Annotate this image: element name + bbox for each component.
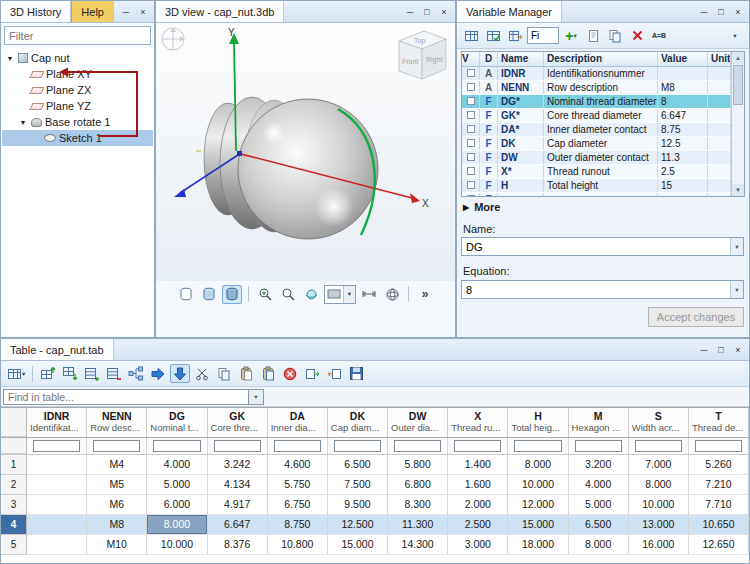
restore-button[interactable]: □ — [714, 5, 728, 19]
minimize-button[interactable]: ─ — [697, 5, 711, 19]
bt-column-header-dk[interactable]: DKCap diam... — [328, 408, 388, 437]
filter-input-dk[interactable] — [334, 440, 381, 452]
variable-value-cell[interactable]: 2.5 — [658, 165, 708, 178]
table-cell[interactable]: 7.710 — [689, 495, 749, 515]
table-cell[interactable]: 6.750 — [268, 495, 328, 515]
variable-value-cell[interactable]: 8 — [658, 95, 708, 108]
filter-input-s[interactable] — [635, 440, 682, 452]
variable-row[interactable]: FDKCap diameter12.5 — [462, 137, 731, 151]
variable-row[interactable]: FHTotal height15 — [462, 179, 731, 193]
import-icon[interactable] — [324, 364, 344, 383]
expander-icon[interactable]: ▼ — [5, 55, 15, 62]
table-cell[interactable]: 2.000 — [448, 495, 508, 515]
filter-input-idnr[interactable] — [33, 440, 80, 452]
copy-icon[interactable] — [214, 364, 234, 383]
filter-input-h[interactable] — [514, 440, 561, 452]
table-cell[interactable]: 6.500 — [328, 455, 388, 475]
table-cell[interactable]: 5.260 — [689, 455, 749, 475]
checkbox-icon[interactable] — [467, 153, 475, 161]
variable-row[interactable]: F — [462, 193, 731, 197]
transfer-row-right-icon[interactable] — [148, 364, 168, 383]
table-cell[interactable]: 5.000 — [147, 475, 207, 495]
variable-value-cell[interactable]: 15 — [658, 179, 708, 192]
delete-variable-icon[interactable] — [627, 26, 647, 45]
table-cell[interactable]: 16.000 — [629, 535, 689, 555]
tree-item-plane-yz[interactable]: Plane YZ — [2, 98, 153, 114]
table-cell[interactable] — [27, 455, 87, 475]
view-cube[interactable]: Top Front Right — [399, 31, 446, 79]
table-cell[interactable]: 8.000 — [629, 475, 689, 495]
variable-value-cell[interactable]: M8 — [658, 81, 708, 94]
checkbox-icon[interactable] — [467, 167, 475, 175]
accept-changes-button[interactable]: Accept changes — [648, 307, 744, 327]
toolbar-overflow-icon[interactable]: ▾ — [725, 26, 745, 45]
checkbox-icon[interactable] — [467, 181, 475, 189]
checkbox-icon[interactable] — [467, 83, 475, 91]
table-cell[interactable]: 7.210 — [689, 475, 749, 495]
export-icon[interactable] — [302, 364, 322, 383]
checkbox-icon[interactable] — [467, 111, 475, 119]
row-number[interactable]: 2 — [1, 475, 27, 495]
shaded-edges-icon[interactable] — [199, 285, 219, 304]
variable-row[interactable]: ANENNRow descriptionM8 — [462, 81, 731, 95]
variable-value-cell[interactable]: 11.3 — [658, 151, 708, 164]
table-cell[interactable]: 3.200 — [569, 455, 629, 475]
table-cell[interactable]: 4.134 — [208, 475, 268, 495]
table-cell[interactable]: 8.000 — [569, 535, 629, 555]
table-cell[interactable]: 8.000 — [147, 515, 207, 535]
tab-3d-view[interactable]: 3D view - cap_nut.3db — [156, 1, 284, 22]
row-number[interactable]: 5 — [1, 535, 27, 555]
table-cell[interactable] — [27, 515, 87, 535]
copy-variable-icon[interactable] — [605, 26, 625, 45]
restore-button[interactable]: □ — [420, 5, 434, 19]
tree-item-cap-nut[interactable]: ▼Cap nut — [2, 50, 153, 66]
table-cell[interactable]: 12.650 — [689, 535, 749, 555]
table-cell[interactable]: 3.242 — [208, 455, 268, 475]
table-cell[interactable] — [27, 535, 87, 555]
transfer-row-to-model-icon[interactable] — [170, 364, 190, 383]
zoom-fit-icon[interactable] — [278, 285, 298, 304]
table-cell[interactable]: 10.650 — [689, 515, 749, 535]
restore-button[interactable]: □ — [714, 343, 728, 357]
show-used-variables-icon[interactable] — [483, 26, 503, 45]
table-cell[interactable]: 1.400 — [448, 455, 508, 475]
table-cell[interactable]: M10 — [87, 535, 147, 555]
vm-scrollbar[interactable]: ▲ ▼ — [731, 52, 744, 196]
vm-column-header[interactable]: V — [462, 52, 480, 66]
table-cell[interactable]: 5.000 — [569, 495, 629, 515]
table-cell[interactable]: M6 — [87, 495, 147, 515]
append-row-icon[interactable] — [82, 364, 102, 383]
table-row[interactable]: 2M55.0004.1345.7507.5006.8001.60010.0004… — [1, 475, 749, 495]
bt-column-header-m[interactable]: MHexagon ... — [569, 408, 629, 437]
variable-row[interactable]: FDWOuter diameter contact11.3 — [462, 151, 731, 165]
table-cell[interactable]: 4.000 — [147, 455, 207, 475]
checkbox-icon[interactable] — [467, 125, 475, 133]
3d-viewport[interactable]: Y X Top Front Right — [156, 23, 455, 281]
scroll-up-icon[interactable]: ▲ — [732, 52, 744, 64]
cancel-icon[interactable] — [280, 364, 300, 383]
new-variable-icon[interactable] — [583, 26, 603, 45]
tab-table[interactable]: Table - cap_nut.tab — [1, 339, 114, 360]
filter-input[interactable] — [4, 26, 151, 45]
tab-variable-manager[interactable]: Variable Manager — [457, 1, 562, 22]
table-cell[interactable]: 7.000 — [629, 455, 689, 475]
display-mode-dropdown[interactable]: ▾ — [324, 285, 356, 304]
table-cell[interactable]: 2.500 — [448, 515, 508, 535]
vm-column-header[interactable]: Value — [658, 52, 708, 66]
vm-column-header[interactable]: Description — [544, 52, 658, 66]
vm-column-header[interactable]: Name — [498, 52, 544, 66]
scroll-thumb[interactable] — [733, 65, 743, 105]
table-cell[interactable]: 10.800 — [268, 535, 328, 555]
checkbox-icon[interactable] — [467, 97, 475, 105]
table-cell[interactable]: 1.600 — [448, 475, 508, 495]
variable-value-cell[interactable]: 12.5 — [658, 137, 708, 150]
paste-icon[interactable] — [236, 364, 256, 383]
table-cell[interactable]: 6.000 — [147, 495, 207, 515]
table-cell[interactable]: 4.600 — [268, 455, 328, 475]
table-cell[interactable]: 8.750 — [268, 515, 328, 535]
tree-item-base-rotate-1[interactable]: ▼Base rotate 1 — [2, 114, 153, 130]
show-all-variables-icon[interactable] — [461, 26, 481, 45]
zoom-in-icon[interactable] — [255, 285, 275, 304]
variable-row[interactable]: AIDNRIdentifikationsnummer — [462, 67, 731, 81]
bt-column-header-idnr[interactable]: IDNRIdentifikat... — [27, 408, 87, 437]
